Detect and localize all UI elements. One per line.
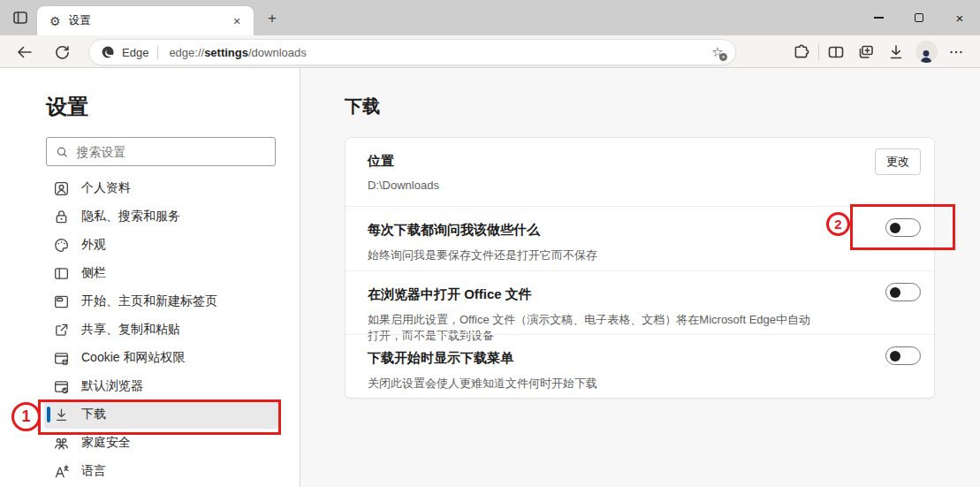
settings-menu-button[interactable]: [941, 40, 971, 65]
close-icon: ×: [956, 11, 964, 25]
setting-row-open-office-files: 在浏览器中打开 Office 文件 如果启用此设置，Office 文件（演示文稿…: [346, 270, 934, 334]
maximize-button[interactable]: [899, 0, 939, 35]
sidebar-item-downloads[interactable]: 下载: [44, 400, 279, 429]
close-button[interactable]: ×: [939, 0, 980, 35]
selected-indicator-bar: [47, 407, 50, 422]
download-path-value: D:\Downloads: [368, 179, 819, 192]
active-tab[interactable]: ⚙ 设置 ×: [37, 6, 254, 35]
split-screen-icon: [827, 43, 845, 61]
back-button[interactable]: [14, 42, 35, 63]
language-icon: [53, 463, 70, 480]
sidebar-item-appearance[interactable]: 外观: [44, 231, 279, 259]
open-office-files-toggle[interactable]: [885, 283, 921, 301]
sidebar-item-label: 隐私、搜索和服务: [81, 209, 180, 224]
sidebar-menu: 个人资料 隐私、搜索和服务 外观 侧栏 开始、主页和新建标签页 共享、复制和粘贴: [0, 174, 300, 485]
toolbar-icons: [786, 35, 971, 68]
setting-title: 位置: [368, 153, 819, 170]
setting-title: 在浏览器中打开 Office 文件: [368, 286, 819, 303]
profile-icon: [53, 180, 70, 197]
setting-title: 每次下载都询问我该做些什么: [368, 222, 819, 239]
palette-icon: [53, 237, 70, 254]
share-icon: [53, 322, 70, 339]
sidebar-item-label: Cookie 和网站权限: [81, 350, 185, 366]
window-controls: ×: [858, 0, 980, 35]
toolbar-divider: [818, 44, 819, 60]
settings-card: 位置 D:\Downloads 更改 每次下载都询问我该做些什么 始终询问我是要…: [345, 137, 935, 399]
sidebar-item-default-browser[interactable]: 默认浏览器: [44, 372, 279, 400]
show-downloads-menu-toggle[interactable]: [885, 346, 921, 365]
tab-title: 设置: [69, 13, 229, 28]
sidebar-item-label: 个人资料: [81, 180, 131, 196]
site-brand-label: Edge: [122, 46, 148, 59]
settings-gear-icon: ⚙: [49, 15, 61, 27]
sidebar-item-start-home[interactable]: 开始、主页和新建标签页: [44, 287, 279, 316]
sidebar-item-label: 外观: [81, 237, 106, 253]
sidebar-item-label: 语言: [81, 463, 106, 479]
settings-page: 设置 个人资料 隐私、搜索和服务 外观 侧栏: [0, 68, 980, 487]
lock-icon: [53, 209, 70, 225]
collections-button[interactable]: [851, 40, 881, 65]
page-title: 下载: [345, 95, 380, 118]
change-location-button[interactable]: 更改: [875, 148, 921, 175]
download-icon: [53, 407, 70, 423]
address-divider: [157, 46, 158, 59]
sidebar-item-family-safety[interactable]: 家庭安全: [44, 429, 279, 457]
family-icon: [53, 435, 70, 452]
maximize-icon: [915, 13, 923, 22]
sidebar-item-label: 开始、主页和新建标签页: [81, 293, 217, 309]
sidebar-item-label: 家庭安全: [81, 435, 131, 451]
setting-description: 关闭此设置会使人更难知道文件何时开始下载: [368, 376, 819, 392]
tab-close-icon[interactable]: ×: [229, 13, 245, 29]
start-home-icon: [53, 293, 70, 310]
favorite-plus-badge: +: [719, 53, 727, 61]
sidebar-item-privacy[interactable]: 隐私、搜索和服务: [44, 202, 279, 231]
toggle-knob: [890, 287, 900, 298]
setting-description: 始终询问我是要保存文件还是打开它而不保存: [368, 247, 819, 263]
sidebar-item-share-copy-paste[interactable]: 共享、复制和粘贴: [44, 316, 279, 344]
sidebar-item-languages[interactable]: 语言: [44, 457, 279, 485]
sidebar-panel-icon: [53, 265, 70, 282]
puzzle-icon: [793, 43, 810, 61]
minimize-icon: [874, 17, 884, 18]
sidebar-item-label: 共享、复制和粘贴: [81, 322, 180, 338]
sidebar-item-sidebar[interactable]: 侧栏: [44, 259, 279, 287]
split-screen-button[interactable]: [821, 40, 851, 65]
toggle-knob: [890, 223, 900, 233]
sidebar-item-label: 默认浏览器: [81, 378, 143, 394]
browser-toolbar: Edge edge://settings/downloads ☆ +: [0, 35, 980, 68]
search-input[interactable]: [76, 145, 266, 159]
setting-row-location: 位置 D:\Downloads 更改: [346, 138, 934, 206]
new-tab-button[interactable]: +: [262, 8, 283, 29]
refresh-button[interactable]: [51, 42, 72, 63]
url-text: edge://settings/downloads: [169, 46, 709, 59]
sidebar-item-label: 侧栏: [81, 265, 106, 281]
downloads-icon: [887, 43, 905, 61]
sidebar-item-profiles[interactable]: 个人资料: [44, 174, 279, 202]
downloads-button[interactable]: [881, 40, 911, 65]
tab-actions-menu-icon[interactable]: [11, 8, 30, 27]
address-bar[interactable]: Edge edge://settings/downloads ☆ +: [88, 39, 736, 65]
setting-row-ask-each-download: 每次下载都询问我该做些什么 始终询问我是要保存文件还是打开它而不保存: [346, 206, 934, 270]
profile-avatar: [915, 41, 938, 63]
search-icon: [56, 145, 68, 159]
profile-button[interactable]: [911, 40, 941, 65]
toggle-knob: [890, 351, 900, 361]
downloads-settings-main: 下载 位置 D:\Downloads 更改 每次下载都询问我该做些什么 始终询问…: [301, 68, 980, 487]
settings-sidebar: 设置 个人资料 隐私、搜索和服务 外观 侧栏: [0, 68, 300, 487]
default-browser-icon: [53, 378, 70, 395]
add-favorite-button[interactable]: ☆ +: [709, 43, 726, 61]
setting-row-show-downloads-menu: 下载开始时显示下载菜单 关闭此设置会使人更难知道文件何时开始下载: [346, 334, 934, 398]
minimize-button[interactable]: [858, 0, 899, 35]
settings-search-box[interactable]: [46, 137, 276, 166]
tab-bar: ⚙ 设置 × + ×: [0, 0, 980, 35]
setting-title: 下载开始时显示下载菜单: [368, 350, 819, 367]
edge-logo-icon: [101, 45, 115, 59]
ask-each-download-toggle[interactable]: [885, 218, 921, 237]
cookie-permissions-icon: [53, 350, 70, 367]
sidebar-item-label: 下载: [81, 407, 106, 422]
sidebar-item-cookies-permissions[interactable]: Cookie 和网站权限: [44, 344, 279, 372]
collections-add-icon: [857, 43, 875, 61]
more-ellipsis-icon: [948, 44, 964, 60]
extensions-button[interactable]: [786, 40, 817, 65]
sidebar-title: 设置: [46, 93, 88, 121]
